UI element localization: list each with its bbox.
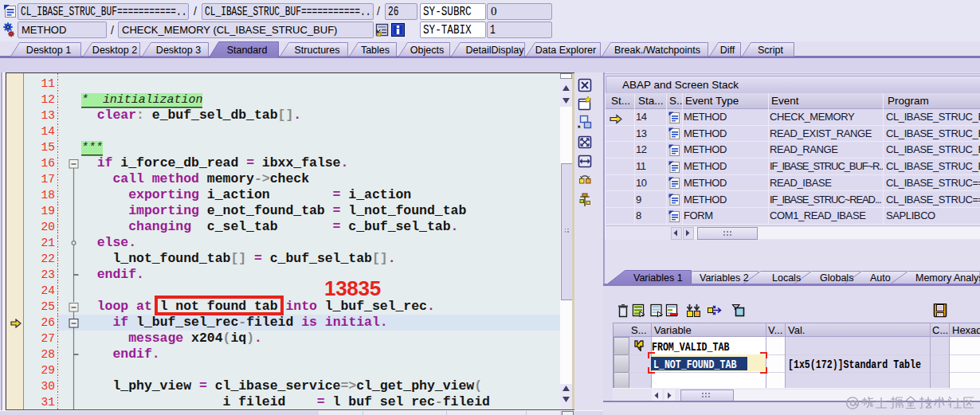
svg-text:Desktop 1: Desktop 1: [26, 45, 71, 56]
svg-text:Standard: Standard: [227, 45, 268, 56]
svg-text:Data Explorer: Data Explorer: [535, 45, 596, 56]
svg-text:Desktop 3: Desktop 3: [156, 45, 201, 56]
svg-text:Globals: Globals: [820, 272, 853, 284]
svg-text:Diff: Diff: [720, 45, 735, 56]
svg-text:Objects: Objects: [410, 45, 444, 56]
svg-text:Script: Script: [758, 45, 783, 56]
svg-text:Locals: Locals: [772, 272, 801, 284]
svg-text:Break./Watchpoints: Break./Watchpoints: [614, 45, 700, 56]
svg-text:Tables: Tables: [361, 45, 390, 56]
svg-text:Variables 2: Variables 2: [700, 272, 749, 284]
svg-text:Desktop 2: Desktop 2: [92, 45, 137, 56]
svg-text:Structures: Structures: [295, 45, 340, 56]
svg-text:Memory Analysis: Memory Analysis: [915, 272, 980, 284]
svg-text:Variables 1: Variables 1: [633, 272, 683, 284]
svg-text:Auto: Auto: [870, 272, 891, 284]
svg-text:DetailDisplay: DetailDisplay: [466, 45, 525, 56]
